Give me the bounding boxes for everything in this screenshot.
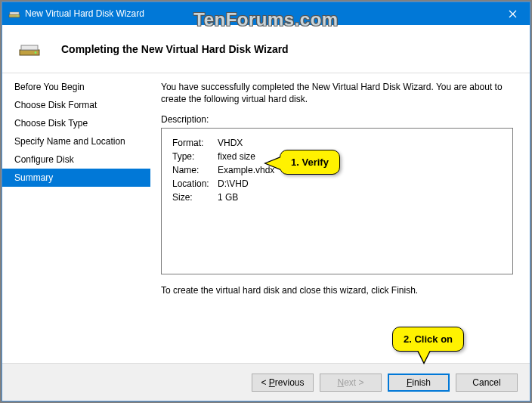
window-title: New Virtual Hard Disk Wizard bbox=[25, 8, 495, 19]
finish-suffix: inish bbox=[412, 377, 431, 388]
sidebar-item-before-you-begin[interactable]: Before You Begin bbox=[2, 78, 150, 96]
wizard-sidebar: Before You Begin Choose Disk Format Choo… bbox=[2, 73, 150, 363]
svg-rect-1 bbox=[10, 12, 19, 14]
sidebar-item-summary[interactable]: Summary bbox=[2, 169, 150, 187]
desc-row-format: Format: VHDX bbox=[172, 136, 502, 150]
next-button: Next > bbox=[320, 374, 382, 392]
description-box: Format: VHDX Type: fixed size Name: Exam… bbox=[161, 128, 513, 274]
sidebar-item-choose-disk-format[interactable]: Choose Disk Format bbox=[2, 96, 150, 114]
desc-value-size: 1 GB bbox=[218, 191, 238, 204]
sidebar-item-choose-disk-type[interactable]: Choose Disk Type bbox=[2, 114, 150, 132]
sidebar-item-configure-disk[interactable]: Configure Disk bbox=[2, 150, 150, 169]
desc-key: Name: bbox=[172, 163, 218, 177]
desc-key: Type: bbox=[172, 150, 218, 163]
hard-disk-icon bbox=[17, 41, 42, 57]
svg-rect-6 bbox=[21, 45, 38, 50]
svg-point-2 bbox=[17, 15, 18, 17]
hard-disk-icon bbox=[8, 8, 20, 20]
sidebar-item-specify-name-location[interactable]: Specify Name and Location bbox=[2, 132, 150, 150]
annotation-clickon: 2. Click on bbox=[392, 327, 464, 352]
close-button[interactable] bbox=[495, 2, 530, 25]
previous-button[interactable]: < Previous bbox=[252, 374, 314, 392]
svg-rect-0 bbox=[9, 14, 20, 17]
desc-key: Format: bbox=[172, 136, 218, 150]
header-area: Completing the New Virtual Hard Disk Wiz… bbox=[2, 25, 530, 73]
footer-buttons: < Previous Next > Finish Cancel bbox=[2, 363, 530, 401]
desc-value-format: VHDX bbox=[218, 136, 243, 150]
titlebar: New Virtual Hard Disk Wizard bbox=[2, 2, 530, 25]
annotation-verify: 1. Verify bbox=[280, 150, 340, 175]
intro-text: You have successfully completed the New … bbox=[161, 81, 513, 105]
svg-point-7 bbox=[35, 51, 37, 54]
desc-key: Location: bbox=[172, 177, 218, 191]
next-mnemonic: N bbox=[337, 377, 344, 388]
body-area: Before You Begin Choose Disk Format Choo… bbox=[2, 73, 530, 363]
description-label: Description: bbox=[161, 114, 513, 125]
desc-value-type: fixed size bbox=[218, 150, 255, 163]
cancel-button[interactable]: Cancel bbox=[456, 374, 518, 392]
page-title: Completing the New Virtual Hard Disk Wiz… bbox=[61, 43, 289, 55]
desc-value-location: D:\VHD bbox=[218, 177, 249, 191]
content-pane: You have successfully completed the New … bbox=[150, 73, 530, 363]
desc-row-size: Size: 1 GB bbox=[172, 191, 502, 204]
desc-row-location: Location: D:\VHD bbox=[172, 177, 502, 191]
next-suffix: ext > bbox=[344, 377, 363, 388]
finish-button[interactable]: Finish bbox=[388, 374, 450, 392]
instruction-text: To create the virtual hard disk and clos… bbox=[161, 285, 513, 296]
desc-key: Size: bbox=[172, 191, 218, 204]
